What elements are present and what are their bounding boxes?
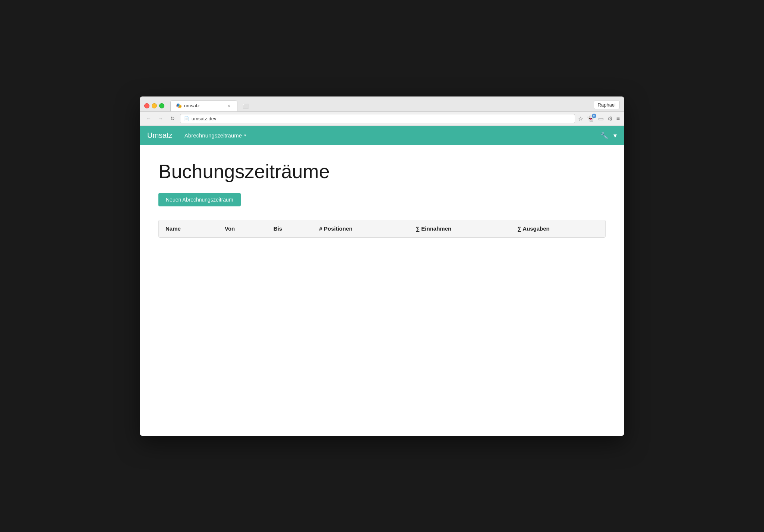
col-name: Name — [159, 220, 218, 237]
browser-user-label: Raphael — [594, 101, 620, 109]
tab-favicon: 🎭 — [176, 103, 182, 109]
address-bar[interactable]: 📄 umsatz.dev — [180, 114, 575, 123]
menu-icon[interactable]: ≡ — [616, 115, 620, 122]
nav-abrechnungszeitraume[interactable]: Abrechnungszeiträume ▾ — [181, 131, 249, 140]
browser-window: 🎭 umsatz × ⬜ Raphael ← → ↻ 📄 umsatz.dev … — [140, 96, 624, 436]
maximize-button[interactable] — [159, 103, 164, 108]
app-brand[interactable]: Umsatz — [147, 131, 173, 140]
buchungszeitraume-table: Name Von Bis # Positionen ∑ Einnahmen ∑ … — [159, 220, 605, 237]
tab-bar: 🎭 umsatz × ⬜ — [170, 100, 591, 111]
settings-icon[interactable]: ⚙ — [607, 115, 613, 122]
cast-icon[interactable]: ▭ — [598, 115, 604, 122]
col-ausgaben: ∑ Ausgaben — [511, 220, 605, 237]
page-content: Buchungszeiträume Neuen Abrechnungszeitr… — [140, 145, 624, 436]
account-chevron-icon[interactable]: ▾ — [613, 132, 617, 140]
table-header-row: Name Von Bis # Positionen ∑ Einnahmen ∑ … — [159, 220, 605, 237]
col-bis: Bis — [267, 220, 313, 237]
ghost-extension-icon[interactable]: 👻 0 — [587, 115, 594, 122]
close-button[interactable] — [144, 103, 149, 108]
page-title: Buchungszeiträume — [158, 160, 606, 183]
forward-button[interactable]: → — [156, 114, 165, 123]
app-nav-right: 🔧 ▾ — [600, 132, 617, 140]
new-abrechnungszeitraum-button[interactable]: Neuen Abrechnungszeitraum — [158, 193, 241, 206]
col-von: Von — [218, 220, 267, 237]
new-tab-icon: ⬜ — [243, 104, 249, 109]
toolbar-icons: ☆ 👻 0 ▭ ⚙ ≡ — [578, 115, 620, 122]
address-text: umsatz.dev — [192, 116, 216, 121]
app-nav: Umsatz Abrechnungszeiträume ▾ 🔧 ▾ — [140, 126, 624, 145]
tab-title: umsatz — [184, 103, 200, 108]
traffic-lights — [144, 103, 164, 108]
active-tab[interactable]: 🎭 umsatz × — [170, 100, 237, 111]
table-container: Name Von Bis # Positionen ∑ Einnahmen ∑ … — [158, 220, 606, 238]
browser-titlebar: 🎭 umsatz × ⬜ Raphael — [140, 96, 624, 112]
wrench-icon[interactable]: 🔧 — [600, 132, 608, 140]
nav-chevron-icon: ▾ — [244, 133, 246, 138]
extension-badge: 0 — [592, 114, 596, 118]
tab-close-button[interactable]: × — [226, 103, 232, 109]
col-einnahmen: ∑ Einnahmen — [409, 220, 510, 237]
page-icon: 📄 — [184, 116, 189, 121]
col-positionen: # Positionen — [313, 220, 409, 237]
browser-toolbar: ← → ↻ 📄 umsatz.dev ☆ 👻 0 ▭ ⚙ ≡ — [140, 112, 624, 126]
reload-button[interactable]: ↻ — [168, 114, 177, 123]
new-tab-button[interactable]: ⬜ — [239, 101, 252, 111]
bookmark-icon[interactable]: ☆ — [578, 115, 583, 122]
minimize-button[interactable] — [152, 103, 157, 108]
nav-item-label: Abrechnungszeiträume — [184, 132, 242, 139]
back-button[interactable]: ← — [144, 114, 153, 123]
